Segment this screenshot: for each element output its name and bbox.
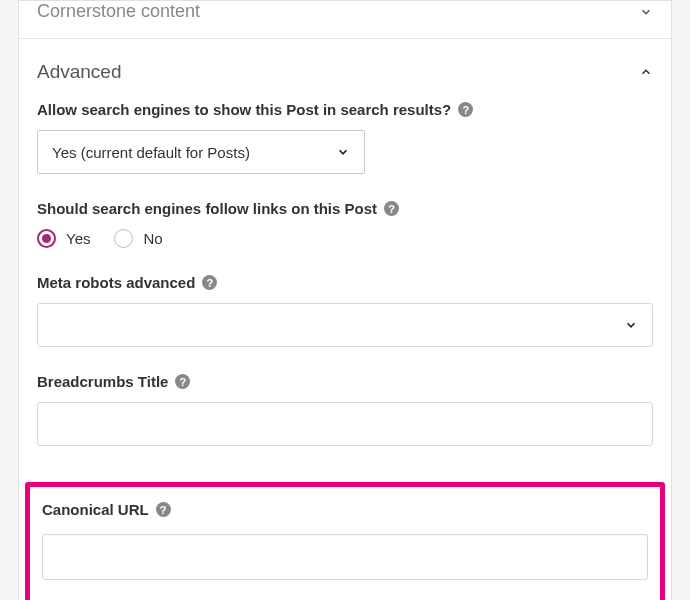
follow-links-field: Should search engines follow links on th…: [37, 200, 653, 248]
follow-links-no-label: No: [143, 230, 162, 247]
breadcrumbs-input[interactable]: [37, 402, 653, 446]
breadcrumbs-label-row: Breadcrumbs Title ?: [37, 373, 653, 390]
advanced-section-header[interactable]: Advanced: [19, 39, 671, 101]
chevron-down-icon: [624, 318, 638, 332]
advanced-title: Advanced: [37, 61, 122, 83]
cornerstone-section-header[interactable]: Cornerstone content: [19, 1, 671, 39]
radio-unselected-icon: [114, 229, 133, 248]
chevron-up-icon: [639, 65, 653, 79]
help-icon[interactable]: ?: [175, 374, 190, 389]
follow-links-no-option[interactable]: No: [114, 229, 162, 248]
canonical-url-highlight: Canonical URL ?: [25, 482, 665, 600]
canonical-label-row: Canonical URL ?: [42, 501, 648, 518]
search-engines-select[interactable]: Yes (current default for Posts): [37, 130, 365, 174]
cornerstone-title: Cornerstone content: [37, 1, 200, 22]
seo-settings-panel: Cornerstone content Advanced Allow searc…: [18, 0, 672, 600]
radio-dot-icon: [42, 234, 51, 243]
follow-links-yes-option[interactable]: Yes: [37, 229, 90, 248]
follow-links-label: Should search engines follow links on th…: [37, 200, 377, 217]
help-icon[interactable]: ?: [202, 275, 217, 290]
meta-robots-field: Meta robots advanced ?: [37, 274, 653, 347]
chevron-down-icon: [639, 5, 653, 19]
breadcrumbs-field: Breadcrumbs Title ?: [37, 373, 653, 446]
help-icon[interactable]: ?: [156, 502, 171, 517]
help-icon[interactable]: ?: [458, 102, 473, 117]
meta-robots-select[interactable]: [37, 303, 653, 347]
help-icon[interactable]: ?: [384, 201, 399, 216]
follow-links-radio-group: Yes No: [37, 229, 653, 248]
search-engines-label-row: Allow search engines to show this Post i…: [37, 101, 653, 118]
chevron-down-icon: [336, 145, 350, 159]
advanced-form: Allow search engines to show this Post i…: [19, 101, 671, 482]
search-engines-value: Yes (current default for Posts): [52, 144, 250, 161]
canonical-label: Canonical URL: [42, 501, 149, 518]
breadcrumbs-label: Breadcrumbs Title: [37, 373, 168, 390]
search-engines-field: Allow search engines to show this Post i…: [37, 101, 653, 174]
follow-links-label-row: Should search engines follow links on th…: [37, 200, 653, 217]
canonical-url-input[interactable]: [42, 534, 648, 580]
meta-robots-label-row: Meta robots advanced ?: [37, 274, 653, 291]
follow-links-yes-label: Yes: [66, 230, 90, 247]
radio-selected-icon: [37, 229, 56, 248]
meta-robots-label: Meta robots advanced: [37, 274, 195, 291]
search-engines-label: Allow search engines to show this Post i…: [37, 101, 451, 118]
